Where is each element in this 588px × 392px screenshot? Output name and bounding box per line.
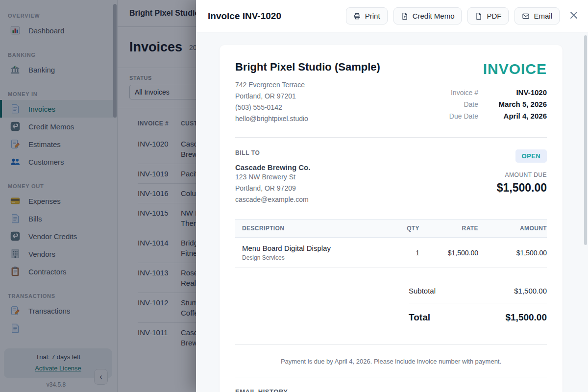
company-address: 742 Evergreen TerracePortland, OR 97201(… [235,79,380,124]
modal-body: Bright Pixel Studio (Sample) 742 Evergre… [196,33,588,392]
bill-to-address-line: 123 NW Brewery St [235,172,310,183]
close-icon [569,11,578,22]
bill-to-address: 123 NW Brewery StPortland, OR 97209casca… [235,172,310,205]
company-address-line: 742 Evergreen Terrace [235,79,380,91]
document-type-label: INVOICE [449,61,547,77]
subtotal-value: $1,500.00 [514,287,547,295]
line-item-row: Menu Board Digital DisplayDesign Service… [235,238,547,268]
meta-value: INV-1020 [478,88,547,97]
amount-due-value: $1,500.00 [497,181,547,195]
email-history-label: EMAIL HISTORY [235,388,547,392]
modal-header: Invoice INV-1020 PrintCredit MemoPDFEmai… [196,0,588,32]
print-button[interactable]: Print [346,7,388,24]
invoice-modal: Invoice INV-1020 PrintCredit MemoPDFEmai… [196,0,588,392]
button-label: Email [534,12,552,20]
line-items-header: DESCRIPTION QTY RATE AMOUNT [235,219,547,238]
invoice-header: Bright Pixel Studio (Sample) 742 Evergre… [235,61,547,124]
divider [235,344,547,345]
pdf-button[interactable]: PDF [467,7,509,24]
button-label: Credit Memo [413,12,455,20]
company-address-line: hello@brightpixel.studio [235,113,380,124]
envelope-icon [522,12,530,20]
line-item-qty: 1 [385,243,419,263]
modal-scrollbar-thumb[interactable] [584,35,587,245]
meta-value: April 4, 2026 [478,112,547,120]
payment-note: Payment is due by April 4, 2026. Please … [235,358,547,365]
company-address-line: Portland, OR 97201 [235,91,380,102]
invoice-meta: Invoice #INV-1020DateMarch 5, 2026Due Da… [449,86,547,122]
printer-icon [353,12,361,20]
col-amount: AMOUNT [478,220,547,237]
line-item-amount: $1,500.00 [478,243,547,263]
amount-due-label: AMOUNT DUE [497,172,547,178]
line-item-name: Menu Board Digital Display [242,244,385,252]
total-value: $1,500.00 [505,312,547,323]
close-button[interactable] [569,11,578,22]
modal-actions: PrintCredit MemoPDFEmail [340,7,560,24]
button-label: PDF [487,12,501,20]
meta-label: Invoice # [451,89,478,97]
line-items-body: Menu Board Digital DisplayDesign Service… [235,238,547,268]
modal-title: Invoice INV-1020 [208,11,340,22]
meta-value: March 5, 2026 [478,100,547,108]
total-label: Total [409,312,430,323]
meta-label: Due Date [449,112,478,120]
invoice-meta-row: DateMarch 5, 2026 [449,98,547,110]
totals-section: Subtotal $1,500.00 Total $1,500.00 [409,287,547,323]
line-items-table: DESCRIPTION QTY RATE AMOUNT Menu Board D… [235,219,547,268]
line-item-description: Menu Board Digital DisplayDesign Service… [235,238,385,268]
line-item-rate: $1,500.00 [419,243,478,263]
bill-to-address-line: Portland, OR 97209 [235,183,310,194]
meta-label: Date [464,100,478,108]
col-description: DESCRIPTION [235,220,385,237]
button-label: Print [365,12,380,20]
bill-to-name: Cascade Brewing Co. [235,163,310,172]
invoice-meta-row: Invoice #INV-1020 [449,86,547,98]
divider [235,377,547,377]
col-rate: RATE [419,220,478,237]
bill-to-address-line: cascade@example.com [235,194,310,205]
bill-to-section: BILL TO Cascade Brewing Co. 123 NW Brewe… [235,149,547,205]
company-address-line: (503) 555-0142 [235,102,380,113]
email-button[interactable]: Email [514,7,560,24]
divider [409,303,547,303]
company-name: Bright Pixel Studio (Sample) [235,61,380,74]
invoice-meta-row: Due DateApril 4, 2026 [449,110,547,122]
invoice-card: Bright Pixel Studio (Sample) 742 Evergre… [220,45,563,392]
status-badge: OPEN [515,149,547,163]
col-qty: QTY [385,220,419,237]
credit-memo-button[interactable]: Credit Memo [393,7,462,24]
line-item-detail: Design Services [242,254,385,261]
file-icon [475,12,483,20]
subtotal-label: Subtotal [409,287,436,295]
screen: OVERVIEWDashboardBANKING$BankingMONEY IN… [0,0,588,392]
bill-to-label: BILL TO [235,149,310,156]
file-plus-icon [401,12,409,20]
divider [235,137,547,138]
